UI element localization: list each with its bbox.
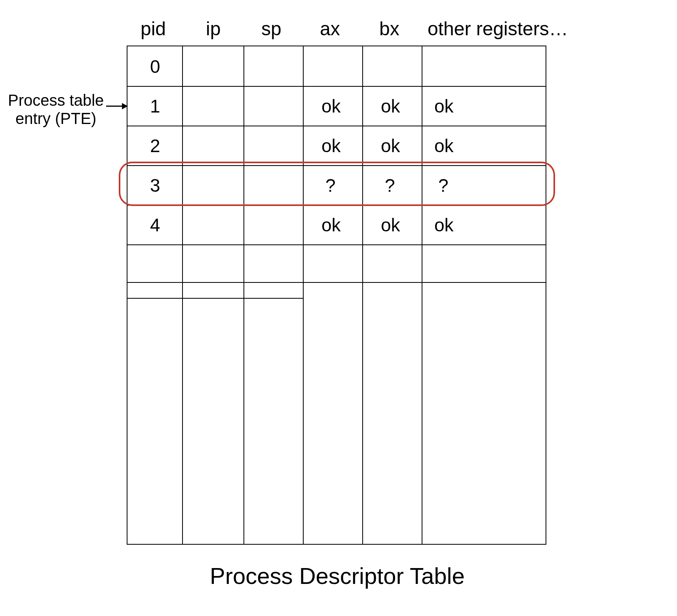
cell-ax: ok	[321, 135, 341, 156]
cell-other: ok	[434, 95, 454, 117]
diagram-canvas: pid ip sp ax bx other registers… 0 1 ok	[0, 0, 677, 616]
arrow-right-icon	[106, 101, 128, 113]
cell-ax: ok	[321, 95, 341, 117]
process-descriptor-table: 0 1 ok ok ok 2 ok ok ok 3 ? ? ? 4 ok ok …	[127, 46, 546, 545]
cell-bx: ok	[381, 214, 400, 236]
grid-hline	[127, 244, 546, 245]
cell-other: ok	[434, 214, 454, 236]
grid-vline	[243, 46, 244, 544]
cell-bx: ?	[385, 175, 395, 196]
svg-marker-1	[122, 103, 128, 109]
header-sp: sp	[261, 18, 281, 40]
header-other: other registers…	[428, 18, 568, 40]
cell-pid: 1	[150, 95, 160, 117]
cell-other: ?	[438, 175, 449, 196]
table-caption: Process Descriptor Table	[210, 563, 465, 589]
grid-vline	[182, 46, 183, 544]
grid-vline	[303, 46, 304, 544]
cell-pid: 0	[150, 56, 160, 77]
grid-hline	[127, 165, 546, 166]
grid-hline	[127, 282, 546, 283]
annotation-line2: entry (PTE)	[8, 109, 104, 128]
header-pid: pid	[141, 18, 166, 40]
grid-vline	[422, 46, 422, 544]
cell-pid: 2	[150, 135, 160, 156]
grid-hline-short	[127, 298, 303, 299]
cell-pid: 4	[150, 214, 160, 236]
header-ax: ax	[320, 18, 340, 40]
cell-bx: ok	[381, 95, 400, 117]
annotation-line1: Process table	[8, 91, 104, 109]
grid-hline	[127, 126, 546, 126]
grid-hline	[127, 205, 546, 206]
cell-bx: ok	[381, 135, 400, 156]
header-ip: ip	[206, 18, 221, 40]
header-bx: bx	[379, 18, 399, 40]
grid-vline	[362, 46, 363, 544]
cell-ax: ok	[321, 214, 341, 236]
grid-hline	[127, 86, 546, 87]
cell-pid: 3	[150, 175, 160, 196]
annotation-pte: Process table entry (PTE)	[8, 91, 104, 128]
cell-other: ok	[434, 135, 454, 156]
cell-ax: ?	[325, 175, 336, 196]
